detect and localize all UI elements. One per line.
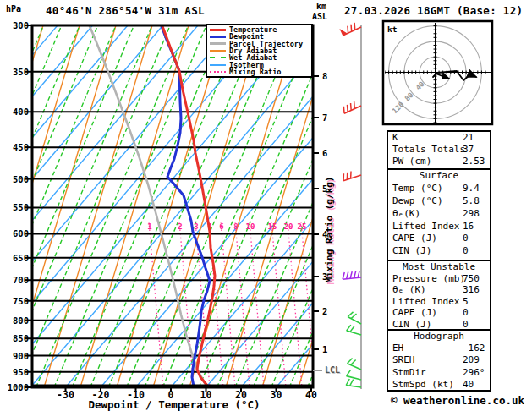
hodograph-unit-label: kt [387, 25, 397, 34]
asl-axis-unit: ASL [312, 13, 327, 21]
svg-text:8: 8 [322, 71, 327, 81]
svg-text:800: 800 [13, 315, 29, 326]
svg-text:10: 10 [246, 222, 255, 231]
row-value: 296° [463, 367, 485, 378]
svg-text:1000: 1000 [8, 382, 29, 392]
row-label: Totals Totals [388, 144, 465, 155]
legend-line-sample [210, 36, 226, 38]
row-label: Temp (°C) [388, 183, 443, 194]
row-label: CIN (J) [388, 245, 431, 256]
row-label: K [388, 132, 398, 143]
pressure-unit-label: hPa [6, 5, 21, 14]
svg-text:20: 20 [284, 222, 293, 231]
row-label: StmDir [388, 367, 426, 378]
row-value: 298 [463, 208, 480, 219]
svg-text:40: 40 [305, 389, 317, 401]
row-label: CAPE (J) [388, 307, 437, 318]
row-label: θₑ(K) [388, 208, 420, 219]
hodograph: 4080120 [383, 21, 492, 124]
indices-section-surface: SurfaceTemp (°C)9.4Dewp (°C)5.8θₑ(K)298L… [387, 168, 491, 261]
row-value: 21 [463, 132, 474, 143]
svg-text:950: 950 [13, 367, 29, 377]
table-row: PW (cm)2.53 [388, 156, 490, 167]
valid-datetime: 27.03.2026 18GMT (Base: 12) [344, 6, 523, 17]
table-row: EH−162 [388, 342, 490, 354]
station-title: 40°46'N 286°54'W 31m ASL [46, 6, 205, 17]
section-header: Most Unstable [388, 261, 490, 273]
table-row: Pressure (mb)750 [388, 273, 490, 285]
svg-text:1: 1 [322, 344, 327, 354]
table-row: SREH209 [388, 354, 490, 366]
wind-barb [348, 310, 365, 324]
svg-text:3: 3 [194, 222, 198, 231]
table-row: CAPE (J)0 [388, 233, 490, 245]
row-value: 5 [463, 296, 469, 307]
svg-text:2: 2 [322, 306, 327, 316]
svg-text:350: 350 [13, 67, 29, 77]
mixing-ratio-axis-label: Mixing Ratio (g/kg) [325, 167, 334, 293]
skewt-sounding-page: 1234681015202530035040045050055060065070… [0, 0, 532, 411]
row-value: −162 [463, 342, 485, 353]
km-axis-unit: km [316, 3, 326, 11]
row-label: θₑ (K) [388, 284, 426, 295]
svg-text:1: 1 [147, 222, 151, 231]
legend-box: TemperatureDewpointParcel TrajectoryDry … [206, 24, 313, 78]
indices-section-most-unstable: Most UnstablePressure (mb)750θₑ (K)316Li… [387, 260, 491, 331]
row-value: 209 [463, 354, 480, 365]
indices-section-hodograph: HodographEH−162SREH209StmDir296°StmSpd (… [387, 329, 491, 392]
copyright-footer: © weatheronline.co.uk [377, 396, 532, 407]
section-header: Hodograph [388, 331, 490, 342]
row-value: 0 [463, 233, 469, 244]
svg-text:550: 550 [13, 202, 29, 212]
svg-text:900: 900 [13, 351, 29, 361]
row-label: Pressure (mb) [388, 273, 465, 284]
svg-text:8: 8 [233, 222, 238, 231]
table-row: Totals Totals37 [388, 144, 490, 156]
row-value: 5.8 [463, 195, 480, 206]
svg-text:-30: -30 [57, 389, 74, 401]
svg-text:750: 750 [13, 296, 29, 306]
table-row: CAPE (J)0 [388, 307, 490, 319]
section-header: Surface [388, 170, 490, 183]
svg-text:2: 2 [178, 222, 182, 231]
table-row: StmSpd (kt)40 [388, 379, 490, 391]
svg-text:600: 600 [13, 228, 29, 238]
row-label: Lifted Index [388, 221, 459, 232]
table-row: K21 [388, 132, 490, 144]
wind-barb [342, 168, 361, 180]
row-label: PW (cm) [388, 156, 431, 167]
svg-text:6: 6 [219, 222, 223, 231]
legend-line-sample [210, 50, 226, 52]
table-row: Lifted Index5 [388, 296, 490, 308]
row-value: 37 [463, 144, 474, 155]
svg-text:7: 7 [322, 112, 327, 123]
row-label: SREH [388, 354, 415, 365]
svg-text:400: 400 [13, 107, 29, 117]
legend-item-label: Mixing Ratio [229, 68, 281, 76]
legend-item-mixing-ratio: Mixing Ratio [207, 68, 311, 75]
row-label: CAPE (J) [388, 233, 437, 244]
svg-text:850: 850 [13, 333, 29, 343]
wind-barb [347, 370, 363, 380]
table-row: θₑ(K)298 [388, 208, 490, 221]
row-value: 2.53 [463, 156, 485, 167]
table-row: CIN (J)0 [388, 245, 490, 258]
row-value: 316 [463, 284, 480, 295]
row-label: Dewp (°C) [388, 195, 443, 206]
wind-barb-column [339, 20, 364, 389]
legend-line-sample [210, 29, 226, 31]
lcl-label: LCL [325, 366, 340, 375]
legend-line-sample [210, 57, 226, 58]
x-axis-title: Dewpoint / Temperature (°C) [47, 400, 301, 411]
table-row: Temp (°C)9.4 [388, 183, 490, 195]
indices-section-main: K21Totals Totals37PW (cm)2.53 [387, 130, 491, 170]
wind-barb [342, 271, 361, 279]
table-row: θₑ (K)316 [388, 284, 490, 296]
table-row: StmDir296° [388, 367, 490, 379]
row-value: 40 [463, 379, 474, 390]
wind-barb [342, 100, 361, 114]
row-value: 0 [463, 245, 469, 256]
row-value: 0 [463, 307, 469, 318]
wind-barb [347, 324, 364, 335]
pressure-axis: 3003504004505005506006507007508008509009… [8, 20, 32, 392]
